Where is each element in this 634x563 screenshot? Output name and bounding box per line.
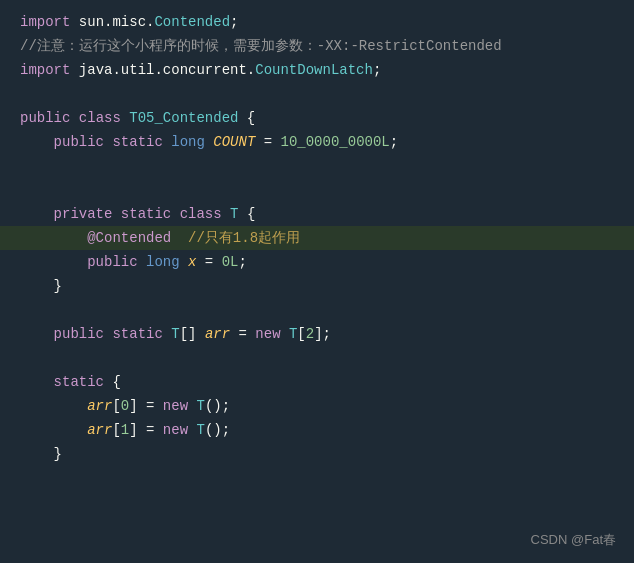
code-line-6: public static long COUNT = 10_0000_0000L…: [0, 130, 634, 154]
token-plain: [222, 206, 230, 222]
token-kw-blue: long: [171, 134, 205, 150]
token-type: T05_Contended: [129, 110, 238, 126]
token-plain: java.util.concurrent.: [70, 62, 255, 78]
token-type: CountDownLatch: [255, 62, 373, 78]
token-plain: ;: [239, 254, 247, 270]
token-plain: ();: [205, 422, 230, 438]
token-number: 0L: [222, 254, 239, 270]
token-plain: [121, 110, 129, 126]
token-plain: []: [180, 326, 205, 342]
token-kw: import: [20, 62, 70, 78]
token-italic-id: arr: [87, 422, 112, 438]
token-annotation-comment: //只有1.8起作用: [188, 230, 300, 246]
token-kw: class: [79, 110, 121, 126]
token-kw: new: [255, 326, 280, 342]
token-plain: [180, 254, 188, 270]
code-line-13: [0, 298, 634, 322]
token-kw: public: [54, 326, 104, 342]
code-line-16: static {: [0, 370, 634, 394]
token-number: 10_0000_0000L: [281, 134, 390, 150]
token-kw: static: [121, 206, 171, 222]
token-plain: ;: [230, 14, 238, 30]
code-line-8: [0, 178, 634, 202]
code-line-18: arr[1] = new T();: [0, 418, 634, 442]
token-plain: [171, 230, 188, 246]
token-plain: }: [20, 278, 62, 294]
token-plain: [20, 254, 87, 270]
token-plain: {: [238, 206, 255, 222]
token-plain: [20, 422, 87, 438]
code-editor: import sun.misc.Contended;//注意：运行这个小程序的时…: [0, 0, 634, 563]
token-plain: [20, 206, 54, 222]
token-plain: {: [104, 374, 121, 390]
code-line-19: }: [0, 442, 634, 466]
code-line-17: arr[0] = new T();: [0, 394, 634, 418]
token-plain: =: [196, 254, 221, 270]
token-kw: static: [112, 326, 162, 342]
token-plain: [20, 374, 54, 390]
token-italic-id: arr: [87, 398, 112, 414]
code-line-10: @Contended //只有1.8起作用: [0, 226, 634, 250]
token-italic-id: COUNT: [213, 134, 255, 150]
code-line-5: public class T05_Contended {: [0, 106, 634, 130]
code-line-15: [0, 346, 634, 370]
token-plain: =: [230, 326, 255, 342]
token-kw: import: [20, 14, 70, 30]
token-plain: [: [112, 422, 120, 438]
token-plain: [70, 110, 78, 126]
token-plain: [281, 326, 289, 342]
token-kw: new: [163, 398, 188, 414]
token-kw: public: [20, 110, 70, 126]
token-italic-id: arr: [205, 326, 230, 342]
token-plain: ;: [373, 62, 381, 78]
code-line-4: [0, 82, 634, 106]
token-plain: ] =: [129, 398, 163, 414]
token-plain: [112, 206, 120, 222]
code-line-12: }: [0, 274, 634, 298]
token-kw: public: [87, 254, 137, 270]
code-line-1: import sun.misc.Contended;: [0, 10, 634, 34]
token-plain: }: [20, 446, 62, 462]
token-type: T: [171, 326, 179, 342]
token-plain: [171, 206, 179, 222]
code-line-2: //注意：运行这个小程序的时候，需要加参数：-XX:-RestrictConte…: [0, 34, 634, 58]
token-comment: //注意：运行这个小程序的时候，需要加参数：-XX:-RestrictConte…: [20, 38, 502, 54]
code-line-14: public static T[] arr = new T[2];: [0, 322, 634, 346]
token-number: 1: [121, 422, 129, 438]
token-plain: sun.misc.: [70, 14, 154, 30]
token-kw: class: [180, 206, 222, 222]
code-line-7: [0, 154, 634, 178]
token-plain: [20, 230, 87, 246]
token-plain: ();: [205, 398, 230, 414]
token-plain: [: [112, 398, 120, 414]
token-number: 0: [121, 398, 129, 414]
token-annotation: @Contended: [87, 230, 171, 246]
token-number: 2: [306, 326, 314, 342]
watermark: CSDN @Fat春: [531, 531, 616, 549]
token-kw: private: [54, 206, 113, 222]
token-plain: [: [297, 326, 305, 342]
code-line-9: private static class T {: [0, 202, 634, 226]
token-plain: [163, 326, 171, 342]
token-kw-blue: long: [146, 254, 180, 270]
token-plain: [138, 254, 146, 270]
code-line-11: public long x = 0L;: [0, 250, 634, 274]
token-plain: {: [238, 110, 255, 126]
token-kw: static: [54, 374, 104, 390]
token-plain: [20, 398, 87, 414]
token-type: Contended: [154, 14, 230, 30]
token-plain: [20, 326, 54, 342]
code-line-3: import java.util.concurrent.CountDownLat…: [0, 58, 634, 82]
token-plain: [163, 134, 171, 150]
token-plain: ;: [390, 134, 398, 150]
token-plain: ] =: [129, 422, 163, 438]
token-kw: static: [112, 134, 162, 150]
token-plain: ];: [314, 326, 331, 342]
token-kw: new: [163, 422, 188, 438]
token-kw: public: [54, 134, 104, 150]
token-plain: [20, 134, 54, 150]
token-type: T: [196, 398, 204, 414]
token-plain: =: [255, 134, 280, 150]
token-type: T: [196, 422, 204, 438]
